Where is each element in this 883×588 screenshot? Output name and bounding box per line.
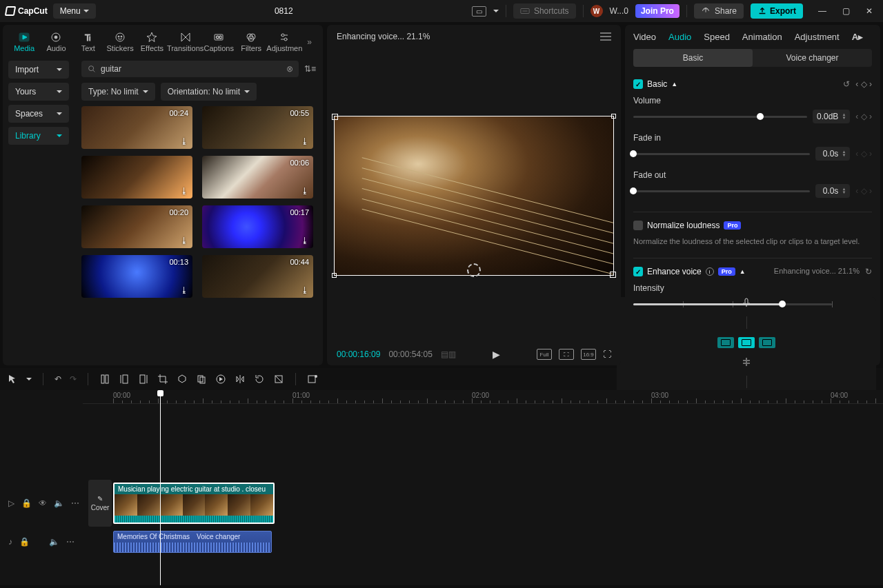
volume-keyframe[interactable]: ‹ ◇ › <box>855 112 872 121</box>
sidebar-import[interactable]: Import <box>8 61 69 79</box>
tab-filters[interactable]: Filters <box>237 29 266 55</box>
ratio-button[interactable]: 16:9 <box>581 349 596 360</box>
trim-right-tool[interactable] <box>138 374 149 385</box>
panel-tab-video[interactable]: Video <box>633 32 656 42</box>
playhead[interactable] <box>160 390 161 585</box>
normalize-checkbox[interactable]: ✓ <box>633 221 643 230</box>
track-visible-icon[interactable]: 👁 <box>39 498 47 508</box>
volume-value[interactable]: 0.0dB▲▼ <box>813 110 850 123</box>
undo-icon[interactable]: ↶ <box>54 374 61 384</box>
panel-tab-audio[interactable]: Audio <box>668 32 691 42</box>
pointer-tool[interactable] <box>7 374 18 385</box>
mirror-tool[interactable] <box>235 374 246 385</box>
share-button[interactable]: Share <box>694 3 744 19</box>
search-input[interactable] <box>101 64 282 74</box>
layout-icon[interactable]: ▭ <box>472 6 486 17</box>
tab-transitions[interactable]: Transitions <box>170 29 201 55</box>
intensity-slider[interactable] <box>633 303 832 305</box>
fadein-slider[interactable] <box>633 153 810 155</box>
align-tool[interactable] <box>741 356 752 367</box>
refresh-icon[interactable] <box>467 263 481 277</box>
basic-checkbox[interactable]: ✓ <box>633 79 643 89</box>
panel-tab-animation[interactable]: Animation <box>742 32 782 42</box>
mask-tool[interactable] <box>177 374 188 385</box>
download-icon[interactable]: ⭳ <box>301 285 309 295</box>
collapse-icon[interactable]: ▲ <box>671 81 677 88</box>
fullscreen-icon[interactable]: ⛶ <box>603 349 611 359</box>
track-type-icon[interactable]: ▷ <box>8 498 14 508</box>
library-clip[interactable]: 00:06⭳ <box>202 156 313 199</box>
track-lock-icon[interactable]: 🔒 <box>19 537 30 547</box>
snap-mode-2[interactable] <box>738 337 755 348</box>
download-icon[interactable]: ⭳ <box>301 236 309 245</box>
reverse-tool[interactable] <box>215 374 226 385</box>
freeze-tool[interactable] <box>273 374 284 385</box>
track-audio-icon[interactable]: ♪ <box>8 537 12 547</box>
shortcuts-button[interactable]: Shortcuts <box>513 3 576 19</box>
window-close[interactable]: ✕ <box>861 6 877 16</box>
sidebar-library[interactable]: Library <box>8 127 69 145</box>
library-clip[interactable]: ⭳ <box>81 156 192 199</box>
full-button[interactable]: Full <box>537 349 552 360</box>
tab-stickers[interactable]: Stickers <box>106 29 135 55</box>
download-icon[interactable]: ⭳ <box>180 236 188 245</box>
sort-icon[interactable]: ⇅≡ <box>304 64 316 74</box>
duplicate-tool[interactable] <box>196 374 207 385</box>
library-clip[interactable]: 00:24⭳ <box>81 106 192 149</box>
download-icon[interactable]: ⭳ <box>180 136 188 146</box>
preview-frame[interactable] <box>334 116 614 276</box>
track-mute-icon[interactable]: 🔈 <box>54 498 64 508</box>
trim-left-tool[interactable] <box>119 374 130 385</box>
crop-tool[interactable] <box>157 374 168 385</box>
keyframe-nav[interactable]: ‹ ◇ › <box>855 79 872 89</box>
track-more-icon[interactable]: ⋯ <box>71 498 79 508</box>
tab-adjustment[interactable]: Adjustmen <box>268 29 300 55</box>
library-clip[interactable]: 00:13⭳ <box>81 255 192 298</box>
panel-tab-ai[interactable]: A▸ <box>852 32 863 42</box>
scale-icon[interactable]: ⛶ <box>559 349 574 360</box>
fadeout-value[interactable]: 0.0s▲▼ <box>815 184 850 198</box>
cover-button[interactable]: ✎ Cover <box>88 480 112 527</box>
rotate-tool[interactable] <box>254 374 265 385</box>
filter-orientation[interactable]: Orientation: No limit <box>161 83 257 101</box>
window-minimize[interactable]: — <box>814 6 831 16</box>
tab-text[interactable]: TIText <box>74 29 103 55</box>
library-clip[interactable]: 00:55⭳ <box>202 106 313 149</box>
record-tool[interactable] <box>307 374 318 385</box>
download-icon[interactable]: ⭳ <box>301 186 309 196</box>
sidebar-yours[interactable]: Yours <box>8 83 69 101</box>
user-avatar[interactable]: W <box>591 5 603 17</box>
fadeout-slider[interactable] <box>633 190 810 192</box>
compare-icon[interactable]: ▤▥ <box>441 349 456 359</box>
snap-mode-1[interactable] <box>717 337 734 348</box>
redo-icon[interactable]: ↷ <box>70 374 77 384</box>
track-mute-icon[interactable]: 🔈 <box>49 537 59 547</box>
volume-slider[interactable] <box>633 116 807 118</box>
search-clear-icon[interactable]: ⊗ <box>286 64 293 74</box>
panel-tab-speed[interactable]: Speed <box>704 32 730 42</box>
library-clip[interactable]: 00:17⭳ <box>202 205 313 248</box>
tab-captions[interactable]: CCCaptions <box>204 29 234 55</box>
split-tool[interactable] <box>99 374 110 385</box>
info-icon[interactable]: i <box>706 267 714 276</box>
panel-tab-adjustment[interactable]: Adjustment <box>795 32 840 42</box>
subtab-voice-changer[interactable]: Voice changer <box>753 49 872 67</box>
window-maximize[interactable]: ▢ <box>837 6 854 16</box>
retry-icon[interactable]: ↻ <box>865 267 872 276</box>
enhance-checkbox[interactable]: ✓ <box>633 267 643 276</box>
tab-audio[interactable]: Audio <box>41 29 70 55</box>
video-clip[interactable]: Musician playing electric guitar at stud… <box>113 483 275 524</box>
fadein-value[interactable]: 0.0s▲▼ <box>815 147 850 161</box>
reset-icon[interactable]: ↺ <box>843 79 850 89</box>
timeline-ruler[interactable]: 00:00 01:00 02:00 03:00 04:00 <box>83 390 883 404</box>
library-clip[interactable]: 00:44⭳ <box>202 255 313 298</box>
track-more-icon[interactable]: ⋯ <box>66 537 75 547</box>
preview-menu-icon[interactable] <box>600 32 611 41</box>
audio-clip[interactable]: Memories Of Christmas Voice changer <box>113 531 272 553</box>
filter-type[interactable]: Type: No limit <box>81 83 155 101</box>
play-button[interactable]: ▶ <box>493 349 500 360</box>
join-pro-button[interactable]: Join Pro <box>635 4 679 18</box>
subtab-basic[interactable]: Basic <box>633 49 753 67</box>
tab-media[interactable]: Media <box>10 29 39 55</box>
download-icon[interactable]: ⭳ <box>180 186 188 196</box>
